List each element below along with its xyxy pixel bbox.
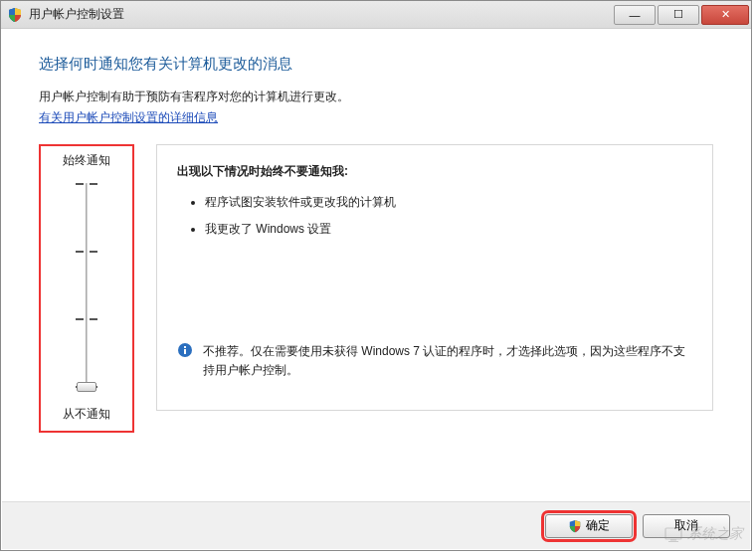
detail-heading: 出现以下情况时始终不要通知我: bbox=[177, 163, 692, 180]
detail-bullet: 我更改了 Windows 设置 bbox=[205, 221, 692, 238]
cancel-button[interactable]: 取消 bbox=[643, 514, 730, 538]
slider-tick bbox=[76, 251, 97, 252]
minimize-button[interactable]: — bbox=[614, 5, 656, 25]
help-link[interactable]: 有关用户帐户控制设置的详细信息 bbox=[39, 110, 218, 124]
window-controls: — ☐ ✕ bbox=[612, 5, 749, 25]
titlebar[interactable]: 用户帐户控制设置 — ☐ ✕ bbox=[1, 1, 751, 29]
slider-top-label: 始终通知 bbox=[45, 152, 128, 169]
ok-button-label: 确定 bbox=[586, 517, 610, 534]
shield-icon bbox=[7, 7, 23, 23]
slider-thumb[interactable] bbox=[77, 382, 96, 392]
ok-button[interactable]: 确定 bbox=[545, 514, 633, 538]
svg-rect-1 bbox=[184, 349, 186, 354]
main-area: 始终通知 从不通知 出现以下情况时始终不要通知我: 程序试图安装软件或更改我的计… bbox=[39, 144, 713, 433]
maximize-button[interactable]: ☐ bbox=[658, 5, 699, 25]
slider-tick bbox=[76, 183, 97, 184]
notification-level-slider[interactable] bbox=[72, 179, 101, 396]
info-icon bbox=[177, 342, 193, 358]
content-area: 选择何时通知您有关计算机更改的消息 用户帐户控制有助于预防有害程序对您的计算机进… bbox=[1, 29, 751, 433]
svg-rect-2 bbox=[184, 346, 186, 348]
detail-panel: 出现以下情况时始终不要通知我: 程序试图安装软件或更改我的计算机 我更改了 Wi… bbox=[156, 144, 713, 411]
slider-tick bbox=[76, 318, 97, 319]
slider-panel: 始终通知 从不通知 bbox=[39, 144, 134, 433]
info-row: 不推荐。仅在需要使用未获得 Windows 7 认证的程序时，才选择此选项，因为… bbox=[177, 342, 692, 380]
close-button[interactable]: ✕ bbox=[701, 5, 749, 25]
page-description: 用户帐户控制有助于预防有害程序对您的计算机进行更改。 bbox=[39, 88, 713, 105]
footer: 确定 取消 bbox=[2, 501, 750, 549]
shield-icon bbox=[568, 519, 582, 533]
slider-track-line bbox=[86, 183, 88, 392]
uac-settings-window: 用户帐户控制设置 — ☐ ✕ 选择何时通知您有关计算机更改的消息 用户帐户控制有… bbox=[0, 0, 752, 551]
info-text: 不推荐。仅在需要使用未获得 Windows 7 认证的程序时，才选择此选项，因为… bbox=[203, 342, 692, 380]
detail-bullet: 程序试图安装软件或更改我的计算机 bbox=[205, 194, 692, 211]
slider-bottom-label: 从不通知 bbox=[45, 406, 128, 423]
window-title: 用户帐户控制设置 bbox=[29, 6, 612, 23]
detail-bullet-list: 程序试图安装软件或更改我的计算机 我更改了 Windows 设置 bbox=[177, 194, 692, 238]
cancel-button-label: 取消 bbox=[674, 517, 698, 534]
page-heading: 选择何时通知您有关计算机更改的消息 bbox=[39, 55, 713, 74]
